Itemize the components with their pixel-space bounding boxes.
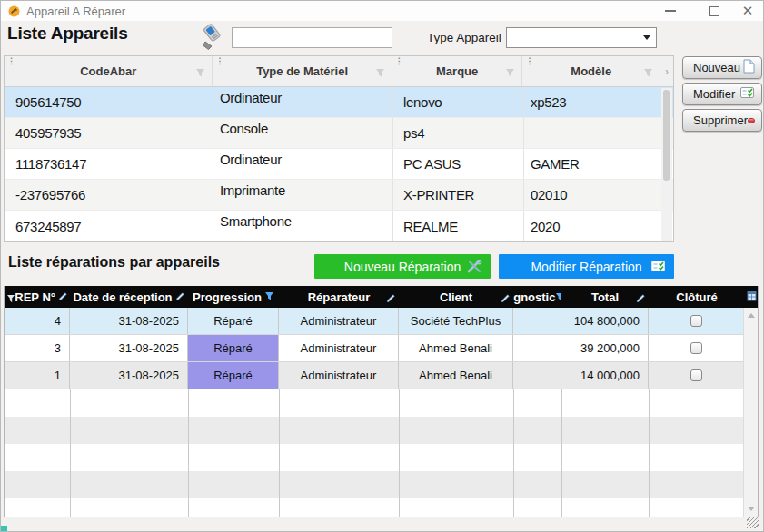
cell-modele: 02010 <box>524 180 662 210</box>
nouveau-button-label: Nouveau <box>693 61 740 74</box>
cloture-checkbox[interactable] <box>690 369 702 381</box>
column-separator <box>399 389 400 517</box>
column-overflow-chevron[interactable]: › <box>660 56 673 86</box>
edit-checklist-icon <box>740 86 755 102</box>
barcode-scanner-icon <box>199 24 228 55</box>
device-row[interactable]: 405957935 Console ps4 <box>5 118 673 149</box>
empty-row <box>5 417 745 444</box>
cell-rep-no: 3 <box>5 335 70 361</box>
title-bar: Appareil A Réparer ✕ <box>1 1 763 21</box>
column-header-diagnostic[interactable]: ignostic <box>513 286 561 308</box>
cell-date: 31-08-2025 <box>70 308 188 334</box>
devices-table: ⋮ CodeAbar ⋮ Type de Matériel ⋮ Marque ⋮… <box>4 55 674 242</box>
modifier-button[interactable]: Modifier <box>682 83 762 105</box>
drag-handle-icon: ⋮ <box>395 56 403 65</box>
tools-wrench-icon <box>467 260 482 273</box>
repair-row[interactable]: 1 31-08-2025 Réparé Administrateur Ahmed… <box>5 362 758 389</box>
cell-cloture <box>649 362 745 389</box>
devices-scrollbar[interactable] <box>661 88 672 241</box>
minimize-button[interactable] <box>655 1 686 21</box>
repair-row-selected[interactable]: 4 31-08-2025 Réparé Administrateur Socié… <box>5 308 758 335</box>
cell-progression-highlighted: Réparé <box>188 335 279 361</box>
repairs-table-header: REP N° Date de réception Progression Rép… <box>5 286 758 308</box>
device-row[interactable]: 673245897 Smartphone REALME 2020 <box>5 211 673 241</box>
edit-pencil-icon <box>636 292 646 306</box>
column-header-type-materiel[interactable]: ⋮ Type de Matériel <box>213 56 392 86</box>
column-header-modele[interactable]: ⋮ Modèle <box>522 56 660 86</box>
scroll-down-icon[interactable] <box>748 507 755 511</box>
drag-handle-icon: ⋮ <box>7 56 15 65</box>
repairs-heading: Liste réparations par appareils <box>8 254 220 271</box>
nouveau-reparation-button[interactable]: Nouveau Réparation <box>314 254 491 279</box>
new-document-icon <box>743 59 755 76</box>
close-button[interactable]: ✕ <box>732 1 763 21</box>
empty-row <box>5 498 745 517</box>
supprimer-button[interactable]: Supprimer <box>682 109 762 132</box>
filter-icon-active[interactable] <box>264 291 274 304</box>
column-header-rep-no[interactable]: REP N° <box>5 286 70 308</box>
cell-date: 31-08-2025 <box>70 335 188 361</box>
column-separator <box>513 389 514 517</box>
cell-type: Imprimante <box>213 180 393 210</box>
scrollbar-thumb[interactable] <box>663 90 670 181</box>
edit-pencil-icon <box>386 292 396 306</box>
cell-modele: xp523 <box>524 87 662 117</box>
nouveau-button[interactable]: Nouveau <box>682 56 762 79</box>
header-grid-icon-cell[interactable] <box>745 286 758 308</box>
window-title: Appareil A Réparer <box>26 5 125 18</box>
delete-minus-icon <box>748 118 755 123</box>
maximize-icon <box>709 6 719 16</box>
column-header-marque[interactable]: ⋮ Marque <box>392 56 523 86</box>
barcode-search-input[interactable] <box>232 27 392 48</box>
modifier-reparation-label: Modifier Réparation <box>531 260 641 274</box>
cell-codeabar: 1118736147 <box>5 149 213 179</box>
empty-row <box>5 444 745 471</box>
column-header-codeabar[interactable]: ⋮ CodeAbar <box>5 56 213 86</box>
cell-total: 14 000,000 <box>561 362 649 389</box>
filter-icon[interactable] <box>375 67 385 81</box>
filter-icon[interactable] <box>195 67 205 81</box>
column-separator <box>279 389 280 517</box>
cell-modele <box>524 118 662 148</box>
column-separator <box>70 389 71 517</box>
maximize-button[interactable] <box>699 1 729 21</box>
column-header-cloture[interactable]: Clôturé <box>649 286 745 308</box>
filter-icon[interactable] <box>643 67 653 81</box>
cell-type: Console <box>213 118 393 148</box>
repair-row[interactable]: 3 31-08-2025 Réparé Administrateur Ahmed… <box>5 335 758 362</box>
resize-grip[interactable] <box>747 517 759 528</box>
cell-codeabar: 405957935 <box>5 118 213 148</box>
repairs-table: REP N° Date de réception Progression Rép… <box>4 286 759 517</box>
device-row[interactable]: 1118736147 Ordinateur PC ASUS GAMER <box>5 149 673 180</box>
filter-icon[interactable] <box>7 292 15 306</box>
cell-codeabar: 905614750 <box>5 87 213 117</box>
device-row-selected[interactable]: 905614750 Ordinateur lenovo xp523 <box>5 87 673 118</box>
edit-pencil-icon <box>501 292 511 306</box>
filter-icon-active[interactable] <box>555 291 561 304</box>
cloture-checkbox[interactable] <box>690 342 702 354</box>
cloture-checkbox[interactable] <box>690 315 702 327</box>
modifier-reparation-button[interactable]: Modifier Réparation <box>499 254 674 279</box>
column-header-client[interactable]: Client <box>399 286 513 308</box>
type-appareil-select[interactable] <box>506 27 657 48</box>
chevron-down-icon <box>643 35 650 40</box>
cell-codeabar: 673245897 <box>5 211 213 241</box>
grid-table-icon <box>747 291 757 304</box>
cell-total: 104 800,000 <box>561 308 649 334</box>
empty-row <box>5 471 745 498</box>
scroll-up-icon[interactable] <box>748 313 755 318</box>
cell-client: Ahmed Benali <box>399 362 513 389</box>
empty-row <box>5 389 745 417</box>
repairs-scrollbar[interactable] <box>743 308 758 517</box>
cell-total: 39 200,000 <box>561 335 649 361</box>
filter-icon[interactable] <box>505 67 515 81</box>
column-header-reparateur[interactable]: Réparateur <box>279 286 399 308</box>
column-header-progression[interactable]: Progression <box>188 286 279 308</box>
nouveau-reparation-label: Nouveau Réparation <box>344 260 461 274</box>
column-header-date-reception[interactable]: Date de réception <box>70 286 188 308</box>
column-separator <box>649 389 650 517</box>
cell-cloture <box>649 308 745 334</box>
cell-marque: ps4 <box>393 118 524 148</box>
column-header-total[interactable]: Total <box>561 286 649 308</box>
device-row[interactable]: -237695766 Imprimante X-PRINTER 02010 <box>5 180 673 211</box>
